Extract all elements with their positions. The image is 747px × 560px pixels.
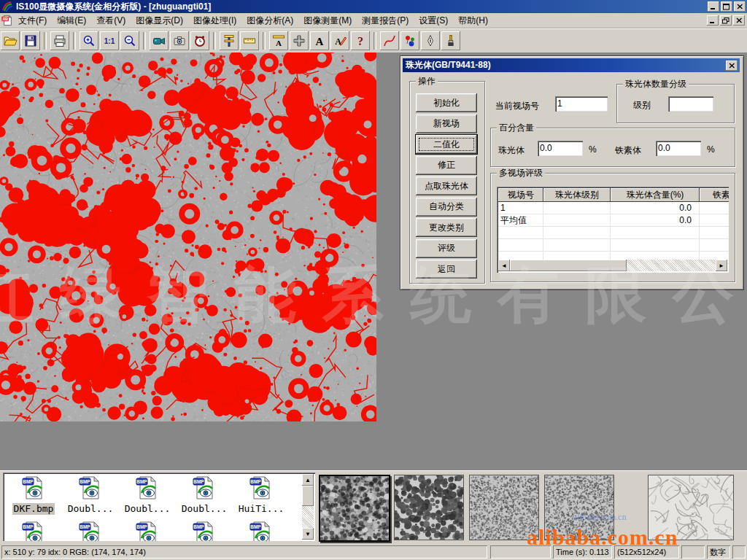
file-list: BMPDKF.bmpBMPDoubl...BMPDoubl...BMPDoubl… <box>3 472 315 541</box>
thumbnail-5[interactable] <box>648 475 734 540</box>
table-hscrollbar[interactable]: ◄ ► <box>498 260 727 271</box>
menu-item-8[interactable]: 测量报告(P) <box>357 13 414 28</box>
ferrite-input[interactable]: 0.0 <box>656 141 701 156</box>
menu-item-1[interactable]: 文件(F) <box>13 13 52 28</box>
thumbnail-3[interactable] <box>469 475 539 540</box>
menu-item-6[interactable]: 图像分析(A) <box>241 13 298 28</box>
maximize-button[interactable] <box>721 1 732 12</box>
grid-icon <box>292 34 306 48</box>
svg-text:BMP: BMP <box>80 524 90 529</box>
timer-button[interactable] <box>190 31 209 50</box>
thumbnail-4[interactable] <box>544 475 614 540</box>
op-button-3[interactable]: 二值化 <box>416 135 477 154</box>
file-name: DKF.bmp <box>12 503 55 515</box>
camera-button[interactable] <box>170 31 189 50</box>
file-item-row2-5[interactable]: BMP <box>233 521 289 541</box>
child-close-button[interactable] <box>733 15 745 26</box>
table-row[interactable] <box>498 227 729 239</box>
actual-size-button[interactable]: 1:1 <box>100 31 119 50</box>
child-minimize-button[interactable] <box>707 15 719 26</box>
menu-item-4[interactable]: 图像显示(D) <box>131 13 188 28</box>
table-header-3[interactable]: 珠光体含量(%) <box>611 188 700 202</box>
menu-item-10[interactable]: 帮助(H) <box>453 13 493 28</box>
file-item-5[interactable]: BMPHuiTi... <box>233 475 289 518</box>
zoom-in-button[interactable] <box>80 31 98 50</box>
document-icon[interactable]: DOC <box>1 15 13 26</box>
grade-label: 级别 <box>633 99 651 112</box>
percent-group-label: 百分含量 <box>497 122 536 133</box>
text-button[interactable]: A <box>310 31 329 50</box>
scroll-left-button[interactable]: ◄ <box>498 260 510 271</box>
rating-table[interactable]: 视场号珠光体级别珠光体含量(%)铁素体 10.0平均值0.0 ◄ ► <box>497 187 729 273</box>
dialog-close-button[interactable] <box>726 61 738 71</box>
save-button[interactable] <box>21 31 40 50</box>
brush-button[interactable] <box>441 31 460 50</box>
caliper-button[interactable] <box>220 31 239 50</box>
table-row[interactable]: 10.0 <box>498 202 729 214</box>
zoom-out-icon <box>123 34 137 48</box>
op-button-9[interactable]: 返回 <box>416 260 477 279</box>
open-button[interactable] <box>1 31 20 50</box>
table-row[interactable]: 平均值0.0 <box>498 214 729 227</box>
print-button[interactable] <box>50 31 69 50</box>
file-item-4[interactable]: BMPDoubl... <box>177 475 232 518</box>
scroll-thumb[interactable] <box>510 260 627 271</box>
op-button-2[interactable]: 新视场 <box>416 114 477 133</box>
file-item-3[interactable]: BMPDoubl... <box>120 475 175 518</box>
grid-button[interactable] <box>290 31 309 50</box>
status-empty-1 <box>490 545 551 559</box>
zoom-out-button[interactable] <box>120 31 139 50</box>
file-item-1[interactable]: BMPDKF.bmp <box>6 475 61 518</box>
menu-item-3[interactable]: 查看(V) <box>91 13 131 28</box>
pearlite-input[interactable]: 0.0 <box>538 141 583 156</box>
file-list-scrollbar[interactable]: ▲ ▼ <box>302 474 314 540</box>
minimize-button[interactable] <box>708 1 719 12</box>
file-item-row2-1[interactable]: BMP <box>6 521 61 541</box>
file-item-row2-3[interactable]: BMP <box>120 521 175 541</box>
pen-button[interactable] <box>421 31 440 50</box>
menu-item-9[interactable]: 设置(S) <box>414 13 453 28</box>
curve-button[interactable] <box>380 31 399 50</box>
file-name: Doubl... <box>123 503 172 515</box>
scroll-up-button[interactable]: ▲ <box>302 474 314 486</box>
table-cell <box>700 202 729 214</box>
menu-item-2[interactable]: 编辑(E) <box>52 13 91 28</box>
toolbar: 1:1AAA? <box>0 28 747 53</box>
file-name: Doubl... <box>66 503 115 515</box>
table-header-2[interactable]: 珠光体级别 <box>543 188 611 202</box>
scroll-right-button[interactable]: ► <box>716 260 727 271</box>
table-header-4[interactable]: 铁素体 <box>700 188 729 202</box>
table-row[interactable] <box>498 239 729 252</box>
thumbnail-1[interactable] <box>319 475 390 542</box>
child-restore-button[interactable] <box>720 15 732 26</box>
ruler-button[interactable] <box>240 31 259 50</box>
dialog-title: 珠光体(GB/T9441-88) <box>406 59 491 71</box>
grade-input[interactable] <box>668 96 713 112</box>
op-button-6[interactable]: 自动分类 <box>416 198 477 217</box>
menu-item-5[interactable]: 图像处理(I) <box>188 13 241 28</box>
bmp-file-icon: BMP <box>21 521 46 541</box>
ferrite-label: 铁素体 <box>615 144 641 157</box>
file-item-row2-2[interactable]: BMP <box>63 521 118 541</box>
op-button-1[interactable]: 初始化 <box>416 93 477 112</box>
op-button-4[interactable]: 修正 <box>416 156 477 175</box>
current-view-input[interactable]: 1 <box>555 96 608 112</box>
annotate-button[interactable]: A <box>330 31 349 50</box>
op-button-8[interactable]: 评级 <box>416 239 477 258</box>
table-header-1[interactable]: 视场号 <box>498 188 543 202</box>
thumbnail-2[interactable] <box>394 475 464 540</box>
metallographic-image[interactable] <box>0 52 376 421</box>
file-item-row2-4[interactable]: BMP <box>177 521 232 541</box>
close-button[interactable] <box>734 1 746 12</box>
measure-text-button[interactable]: A <box>269 31 288 50</box>
toolbar-separator <box>143 32 146 50</box>
help-button[interactable]: ? <box>351 31 370 50</box>
op-button-7[interactable]: 更改类别 <box>416 218 477 237</box>
scroll-down-button[interactable]: ▼ <box>302 528 314 540</box>
menu-item-7[interactable]: 图像测量(M) <box>298 13 357 28</box>
mark-points-button[interactable] <box>400 31 419 50</box>
op-button-5[interactable]: 点取珠光体 <box>416 176 477 195</box>
file-item-2[interactable]: BMPDoubl... <box>63 475 118 518</box>
scroll-thumb[interactable] <box>302 486 314 506</box>
video-button[interactable] <box>150 31 169 50</box>
